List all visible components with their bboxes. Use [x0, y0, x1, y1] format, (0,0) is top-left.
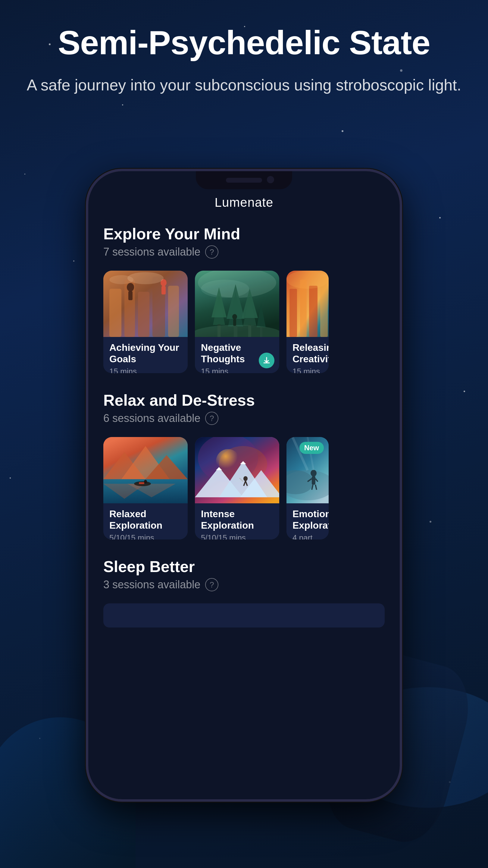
- svg-rect-5: [168, 286, 179, 337]
- svg-rect-28: [233, 319, 236, 326]
- relax-cards-row: Relaxed Exploration 5/10/15 mins: [103, 437, 385, 539]
- svg-point-34: [287, 271, 329, 289]
- sleep-cards-peek: [103, 603, 385, 627]
- card-releasing-creativity-image: [287, 271, 329, 337]
- card-achieving-goals-body: Achieving Your Goals 15 mins: [103, 337, 188, 373]
- svg-rect-9: [161, 286, 166, 294]
- card-intense-exploration-duration: 5/10/15 mins: [201, 533, 273, 539]
- svg-point-10: [127, 272, 164, 284]
- card-achieving-goals-title: Achieving Your Goals: [109, 342, 182, 365]
- new-badge: New: [299, 442, 324, 454]
- svg-rect-62: [312, 476, 315, 485]
- svg-point-54: [243, 476, 248, 481]
- page-subtitle: A safe journey into your subconscious us…: [18, 73, 470, 97]
- card-negative-thoughts-image: [195, 271, 279, 337]
- card-negative-thoughts-duration: 15 mins: [201, 367, 273, 373]
- card-relaxed-exploration-image: [103, 437, 188, 503]
- svg-point-11: [109, 275, 133, 284]
- svg-point-27: [232, 314, 237, 319]
- section-sleep-title: Sleep Better: [103, 558, 385, 576]
- svg-rect-32: [309, 286, 318, 337]
- card-intense-exploration-image: [195, 437, 279, 503]
- relax-sessions-label: 6 sessions available: [103, 412, 200, 425]
- card-achieving-goals-image: [103, 271, 188, 337]
- card-releasing-creativity-title: Releasing Creativity: [293, 342, 323, 365]
- card-emotional-exploration-duration: 4 part series: [293, 533, 323, 539]
- card-relaxed-exploration[interactable]: Relaxed Exploration 5/10/15 mins: [103, 437, 188, 539]
- card-intense-exploration-title: Intense Exploration: [201, 508, 273, 531]
- card-intense-exploration[interactable]: Intense Exploration 5/10/15 mins: [195, 437, 279, 539]
- section-explore: Explore Your Mind 7 sessions available ?: [103, 225, 385, 373]
- section-relax-title: Relax and De-Stress: [103, 391, 385, 409]
- volume-up-button: [86, 286, 87, 322]
- card-relaxed-exploration-title: Relaxed Exploration: [109, 508, 182, 531]
- card-releasing-creativity-body: Releasing Creativity 15 mins: [287, 337, 329, 373]
- page-title: Semi-Psychedelic State: [18, 24, 470, 61]
- explore-cards-row: Achieving Your Goals 15 mins: [103, 271, 385, 373]
- section-sleep: Sleep Better 3 sessions available ?: [103, 558, 385, 627]
- app-content: Lumenate Explore Your Mind 7 sessions av…: [88, 171, 400, 799]
- power-button: [401, 292, 402, 346]
- sleep-info-icon[interactable]: ?: [205, 578, 218, 591]
- card-relaxed-exploration-body: Relaxed Exploration 5/10/15 mins: [103, 503, 188, 539]
- explore-info-icon[interactable]: ?: [205, 245, 218, 258]
- volume-mute-button: [86, 250, 87, 274]
- card-relaxed-exploration-duration: 5/10/15 mins: [109, 533, 182, 539]
- card-emotional-exploration-body: Emotional Exploration 4 part series: [287, 503, 329, 539]
- card-intense-exploration-body: Intense Exploration 5/10/15 mins: [195, 503, 279, 539]
- section-explore-title: Explore Your Mind: [103, 225, 385, 243]
- svg-point-14: [201, 280, 249, 298]
- card-negative-thoughts[interactable]: Negative Thoughts 15 mins: [195, 271, 279, 373]
- svg-rect-30: [290, 289, 297, 337]
- phone-notch: [196, 171, 292, 189]
- svg-rect-43: [139, 482, 144, 484]
- svg-point-44: [144, 480, 147, 484]
- svg-point-61: [311, 470, 317, 476]
- sleep-sessions-label: 3 sessions available: [103, 578, 200, 591]
- explore-sessions-label: 7 sessions available: [103, 246, 200, 258]
- svg-rect-7: [128, 291, 133, 300]
- section-relax: Relax and De-Stress 6 sessions available…: [103, 391, 385, 539]
- volume-down-button: [86, 331, 87, 367]
- svg-rect-3: [138, 292, 150, 337]
- section-sleep-meta: 3 sessions available ?: [103, 578, 385, 591]
- app-title: Lumenate: [103, 195, 385, 210]
- card-releasing-creativity-duration: 15 mins: [293, 367, 323, 373]
- phone-outer-shell: Lumenate Explore Your Mind 7 sessions av…: [86, 169, 402, 802]
- relax-info-icon[interactable]: ?: [205, 412, 218, 425]
- svg-point-6: [127, 283, 134, 291]
- section-explore-meta: 7 sessions available ?: [103, 245, 385, 258]
- phone-screen: Lumenate Explore Your Mind 7 sessions av…: [88, 171, 400, 799]
- phone-speaker: [226, 178, 262, 183]
- header-section: Semi-Psychedelic State A safe journey in…: [18, 24, 470, 97]
- card-achieving-goals-duration: 15 mins: [109, 367, 182, 373]
- card-releasing-creativity[interactable]: Releasing Creativity 15 mins: [287, 271, 329, 373]
- phone-mockup: Lumenate Explore Your Mind 7 sessions av…: [86, 169, 402, 802]
- card-achieving-goals[interactable]: Achieving Your Goals 15 mins: [103, 271, 188, 373]
- svg-rect-1: [109, 289, 121, 337]
- card-emotional-exploration[interactable]: New: [287, 437, 329, 539]
- download-badge[interactable]: [259, 352, 274, 368]
- phone-camera: [267, 176, 274, 183]
- section-relax-meta: 6 sessions available ?: [103, 412, 385, 425]
- card-emotional-exploration-title: Emotional Exploration: [293, 508, 323, 531]
